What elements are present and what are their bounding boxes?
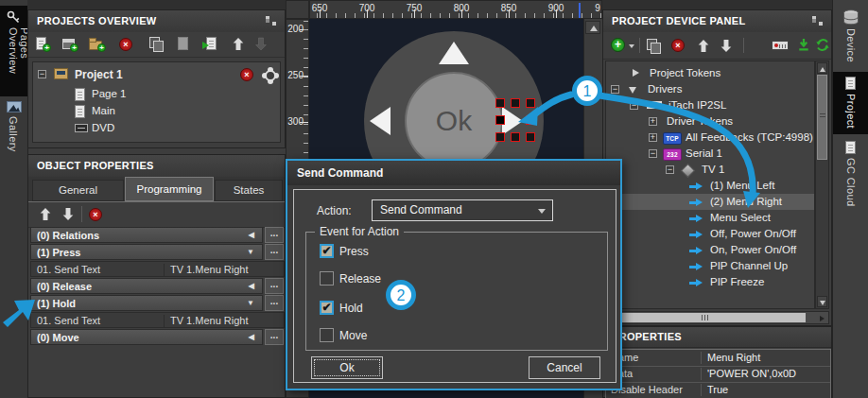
tree-item-menu-select[interactable]: Menu Select bbox=[606, 210, 814, 226]
add-folder-button[interactable] bbox=[89, 37, 104, 51]
scroll-up-button[interactable] bbox=[585, 21, 600, 34]
panel-layout-icon[interactable] bbox=[811, 15, 824, 26]
tab-device[interactable]: Device bbox=[833, 8, 868, 68]
more-button[interactable]: ... bbox=[265, 227, 284, 243]
more-button[interactable]: ... bbox=[265, 278, 284, 294]
tree-item-off-power[interactable]: Off, Power On/Off bbox=[606, 226, 814, 242]
tree-item-page-1[interactable]: Page 1 bbox=[33, 86, 280, 103]
delete-action-button[interactable] bbox=[89, 207, 104, 221]
move-down-button[interactable] bbox=[61, 207, 76, 221]
dpad-left-button[interactable] bbox=[370, 107, 391, 135]
selection-handle[interactable] bbox=[495, 98, 505, 108]
group-row-hold[interactable]: (1) Hold ▼ bbox=[30, 295, 263, 311]
dialog-title-bar[interactable]: Send Command bbox=[287, 161, 620, 185]
tree-item-driver-tokens[interactable]: Driver Tokens bbox=[606, 113, 814, 130]
more-button[interactable]: ... bbox=[265, 244, 284, 260]
expander-minus-icon[interactable] bbox=[38, 70, 46, 78]
property-row-disable-header[interactable]: Disable Header True bbox=[606, 382, 830, 398]
selection-handle[interactable] bbox=[511, 132, 520, 142]
expander-minus-icon[interactable] bbox=[666, 165, 674, 174]
expanded-marker-icon[interactable]: ▼ bbox=[247, 299, 254, 307]
scroll-right-icon[interactable] bbox=[820, 316, 825, 321]
selection-handle[interactable] bbox=[495, 115, 505, 125]
move-down-button[interactable] bbox=[719, 39, 734, 53]
tree-item-drivers[interactable]: Drivers bbox=[606, 81, 814, 97]
tree-item-dvd[interactable]: DVD bbox=[33, 120, 280, 137]
import-page-button[interactable] bbox=[202, 37, 217, 51]
scrollbar-thumb[interactable] bbox=[817, 75, 827, 160]
group-row-release[interactable]: (0) Release ◀ bbox=[30, 278, 263, 294]
move-checkbox-label[interactable]: Move bbox=[339, 329, 367, 342]
tab-states[interactable]: States bbox=[215, 180, 283, 201]
expander-minus-icon[interactable] bbox=[630, 101, 638, 110]
tree-item-menu-left[interactable]: (1) Menu Left bbox=[606, 178, 814, 194]
selection-handle[interactable] bbox=[526, 115, 535, 125]
tab-programming[interactable]: Programming bbox=[125, 177, 214, 201]
tab-general[interactable]: General bbox=[32, 180, 124, 201]
copy-button[interactable] bbox=[149, 37, 165, 51]
ok-button-widget[interactable]: Ok bbox=[405, 72, 503, 170]
expander-minus-icon[interactable] bbox=[649, 149, 657, 158]
group-row-move[interactable]: (0) Move ◀ bbox=[30, 329, 263, 345]
tab-gallery[interactable]: Gallery bbox=[0, 98, 27, 157]
selection-handle[interactable] bbox=[511, 98, 520, 108]
hold-checkbox-label[interactable]: Hold bbox=[339, 302, 363, 315]
project-settings-icon[interactable] bbox=[265, 70, 276, 81]
panel-layout-icon[interactable] bbox=[265, 15, 277, 26]
selection-handle[interactable] bbox=[495, 132, 505, 142]
ok-button[interactable]: Ok bbox=[311, 356, 383, 379]
scroll-down-button[interactable] bbox=[817, 296, 827, 307]
command-row-press-send-text[interactable]: 01. Send Text TV 1.Menu Right bbox=[30, 261, 285, 277]
press-checkbox-label[interactable]: Press bbox=[339, 245, 369, 258]
expanded-marker-icon[interactable]: ▼ bbox=[247, 248, 254, 256]
property-row-data[interactable]: Data 'POWER ON',0x0D bbox=[606, 366, 830, 383]
refresh-button[interactable] bbox=[815, 38, 830, 52]
move-checkbox[interactable] bbox=[320, 328, 334, 342]
tree-item-pip-freeze[interactable]: PIP Freeze bbox=[606, 274, 814, 290]
release-checkbox-label[interactable]: Release bbox=[339, 272, 381, 286]
scrollbar-thumb[interactable] bbox=[607, 313, 806, 322]
action-select[interactable]: Send Command bbox=[372, 199, 553, 221]
tab-pages-overview[interactable]: Pages Overview bbox=[0, 6, 27, 96]
tree-item-on-power[interactable]: On, Power On/Off bbox=[606, 242, 814, 258]
move-up-button[interactable] bbox=[696, 39, 711, 53]
dpad-up-button[interactable] bbox=[439, 42, 469, 64]
collapsed-marker-icon[interactable]: ◀ bbox=[249, 231, 254, 239]
expander-minus-icon[interactable] bbox=[611, 85, 619, 94]
device-tree-horizontal-scrollbar[interactable] bbox=[605, 311, 829, 324]
tree-item-main[interactable]: Main bbox=[33, 103, 280, 120]
tree-item-itach-ip2sl[interactable]: iTach IP2SL bbox=[606, 97, 814, 113]
tab-gc-cloud[interactable]: GC Cloud bbox=[833, 138, 868, 210]
press-checkbox[interactable] bbox=[320, 244, 334, 258]
tree-item-project-tokens[interactable]: Project Tokens bbox=[606, 65, 814, 81]
group-row-press[interactable]: (1) Press ▼ bbox=[30, 244, 263, 260]
delete-project-icon[interactable] bbox=[240, 68, 253, 81]
tree-item-menu-right[interactable]: (2) Menu Right bbox=[606, 194, 814, 210]
tree-item-pip-channel-up[interactable]: PIP Channel Up bbox=[606, 258, 814, 274]
delete-button[interactable] bbox=[119, 37, 134, 51]
more-button[interactable]: ... bbox=[265, 295, 284, 311]
device-learn-button[interactable] bbox=[772, 41, 787, 55]
collapsed-marker-icon[interactable]: ◀ bbox=[249, 333, 254, 341]
tree-item-all-feedbacks[interactable]: TCP All Feedbacks (TCP:4998) bbox=[606, 130, 814, 146]
paste-button[interactable] bbox=[176, 37, 191, 51]
expander-plus-icon[interactable] bbox=[649, 117, 657, 126]
add-driver-button[interactable]: + bbox=[611, 38, 625, 52]
tree-item-serial-1[interactable]: 232 Serial 1 bbox=[606, 146, 814, 162]
move-down-button[interactable] bbox=[253, 37, 269, 51]
move-up-button[interactable] bbox=[38, 207, 53, 221]
expander-plus-icon[interactable] bbox=[649, 133, 657, 142]
download-button[interactable] bbox=[796, 38, 811, 52]
add-popup-button[interactable] bbox=[62, 37, 78, 51]
add-dropdown-icon[interactable] bbox=[629, 44, 634, 48]
release-checkbox[interactable] bbox=[320, 271, 334, 286]
dpad-right-button[interactable] bbox=[502, 107, 523, 135]
add-page-button[interactable] bbox=[36, 37, 51, 51]
collapsed-marker-icon[interactable]: ◀ bbox=[249, 282, 254, 290]
cancel-button[interactable]: Cancel bbox=[529, 356, 600, 379]
selection-handle[interactable] bbox=[526, 98, 535, 108]
hold-checkbox[interactable] bbox=[320, 301, 334, 315]
tab-project[interactable]: Project bbox=[833, 72, 868, 134]
group-row-relations[interactable]: (0) Relations ◀ bbox=[30, 227, 263, 243]
more-button[interactable]: ... bbox=[265, 329, 284, 345]
